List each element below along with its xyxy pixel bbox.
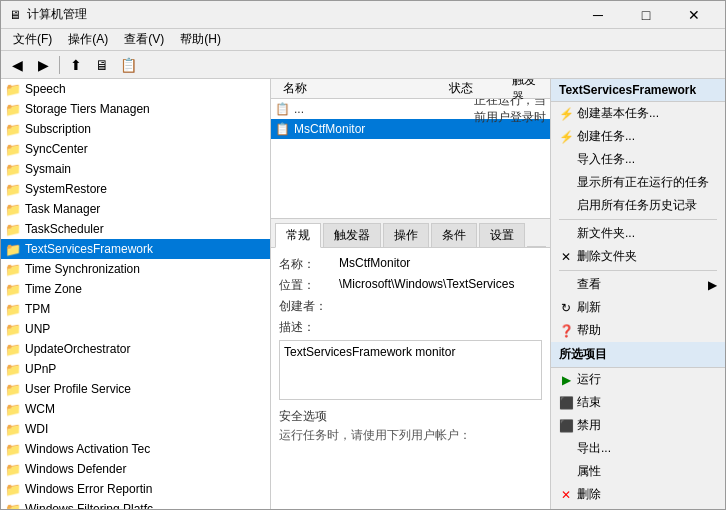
sidebar-item-userprofile[interactable]: 📁 User Profile Service (1, 379, 270, 399)
sidebar-item-wcm[interactable]: 📁 WCM (1, 399, 270, 419)
action-end[interactable]: ⬛ 结束 (551, 391, 725, 414)
action-properties[interactable]: 属性 (551, 460, 725, 483)
sidebar-item-taskmanager[interactable]: 📁 Task Manager (1, 199, 270, 219)
action-view[interactable]: 查看 ▶ (551, 273, 725, 296)
tab-settings[interactable]: 设置 (479, 223, 525, 247)
action-new-folder[interactable]: 新文件夹... (551, 222, 725, 245)
folder-icon: 📁 (5, 122, 21, 137)
sidebar-item-taskscheduler[interactable]: 📁 TaskScheduler (1, 219, 270, 239)
actions-main-title: TextServicesFramework (551, 79, 725, 102)
main-content: 📁 Speech 📁 Storage Tiers Managen 📁 Subsc… (1, 79, 725, 509)
sidebar-item-synccenter[interactable]: 📁 SyncCenter (1, 139, 270, 159)
folder-icon: 📁 (5, 182, 21, 197)
action-disable[interactable]: ⬛ 禁用 (551, 414, 725, 437)
folder-icon: 📁 (5, 102, 21, 117)
sidebar-item-systemrestore[interactable]: 📁 SystemRestore (1, 179, 270, 199)
sidebar-item-timesync[interactable]: 📁 Time Synchronization (1, 259, 270, 279)
actions-panel: TextServicesFramework ⚡ 创建基本任务... ⚡ 创建任务… (550, 79, 725, 509)
sidebar-item-unp[interactable]: 📁 UNP (1, 319, 270, 339)
minimize-button[interactable]: ─ (575, 5, 621, 25)
detail-location-value: \Microsoft\Windows\TextServices (339, 277, 542, 291)
run-icon: ▶ (559, 373, 573, 387)
lightning-icon: ⚡ (559, 107, 573, 121)
action-import-label: 导入任务... (577, 151, 635, 168)
action-refresh[interactable]: ↻ 刷新 (551, 296, 725, 319)
menu-file[interactable]: 文件(F) (5, 29, 60, 50)
clipboard-button[interactable]: 📋 (116, 54, 140, 76)
folder-icon: 📁 (5, 222, 21, 237)
detail-location-label: 位置： (279, 277, 339, 294)
action-create-task-label: 创建任务... (577, 128, 635, 145)
sidebar-item-storage[interactable]: 📁 Storage Tiers Managen (1, 99, 270, 119)
close-button[interactable]: ✕ (671, 5, 717, 25)
properties-icon (559, 465, 573, 479)
folder-icon: 📁 (5, 282, 21, 297)
action-delete-folder[interactable]: ✕ 删除文件夹 (551, 245, 725, 268)
tab-conditions[interactable]: 条件 (431, 223, 477, 247)
action-import[interactable]: 导入任务... (551, 148, 725, 171)
history-icon (559, 199, 573, 213)
folder-icon: 📁 (5, 382, 21, 397)
sidebar-item-upnp[interactable]: 📁 UPnP (1, 359, 270, 379)
action-show-running-label: 显示所有正在运行的任务 (577, 174, 709, 191)
folder-new-icon (559, 227, 573, 241)
action-create-basic[interactable]: ⚡ 创建基本任务... (551, 102, 725, 125)
action-create-basic-label: 创建基本任务... (577, 105, 659, 122)
action-run-label: 运行 (577, 371, 601, 388)
tab-actions[interactable]: 操作 (383, 223, 429, 247)
sidebar-item-updateorchestrator[interactable]: 📁 UpdateOrchestrator (1, 339, 270, 359)
title-bar-left: 🖥 计算机管理 (9, 6, 87, 23)
delete-icon: ✕ (559, 488, 573, 502)
sidebar-item-timezone[interactable]: 📁 Time Zone (1, 279, 270, 299)
action-properties-label: 属性 (577, 463, 601, 480)
sidebar-item-windowsfiltering[interactable]: 📁 Windows Filtering Platfc (1, 499, 270, 509)
action-enable-history[interactable]: 启用所有任务历史记录 (551, 194, 725, 217)
menu-help[interactable]: 帮助(H) (172, 29, 229, 50)
detail-description: TextServicesFramework monitor (279, 340, 542, 400)
action-export[interactable]: 导出... (551, 437, 725, 460)
folder-icon: 📁 (5, 482, 21, 497)
menu-action[interactable]: 操作(A) (60, 29, 116, 50)
sidebar-item-tpm[interactable]: 📁 TPM (1, 299, 270, 319)
detail-tabs: 常规 触发器 操作 条件 设置 (271, 219, 550, 248)
selected-actions-title: 所选项目 (551, 342, 725, 368)
col-status: 状态 (441, 80, 504, 97)
action-disable-label: 禁用 (577, 417, 601, 434)
tab-triggers[interactable]: 触发器 (323, 223, 381, 247)
action-delete[interactable]: ✕ 删除 (551, 483, 725, 506)
sidebar-item-windowsactivation[interactable]: 📁 Windows Activation Tec (1, 439, 270, 459)
sidebar-item-textservices[interactable]: 📁 TextServicesFramework (1, 239, 270, 259)
detail-name-value: MsCtfMonitor (339, 256, 542, 270)
sidebar-item-windowserror[interactable]: 📁 Windows Error Reportin (1, 479, 270, 499)
sidebar-item-wdi[interactable]: 📁 WDI (1, 419, 270, 439)
sidebar-item-subscription[interactable]: 📁 Subscription (1, 119, 270, 139)
menu-view[interactable]: 查看(V) (116, 29, 172, 50)
folder-icon: 📁 (5, 502, 21, 510)
action-run[interactable]: ▶ 运行 (551, 368, 725, 391)
task-list: 📋 ... 正在运行，当前用户登录时 📋 MsCtfMonitor (271, 99, 550, 219)
action-create-task[interactable]: ⚡ 创建任务... (551, 125, 725, 148)
action-help[interactable]: ❓ 帮助 (551, 506, 725, 509)
table-row[interactable]: 📋 ... 正在运行，当前用户登录时 (271, 99, 550, 119)
action-show-running[interactable]: 显示所有正在运行的任务 (551, 171, 725, 194)
detail-content: 名称： MsCtfMonitor 位置： \Microsoft\Windows\… (271, 248, 550, 452)
action-help-main[interactable]: ❓ 帮助 (551, 319, 725, 342)
sidebar-item-windowsdefender[interactable]: 📁 Windows Defender (1, 459, 270, 479)
sidebar-item-speech[interactable]: 📁 Speech (1, 79, 270, 99)
computer-button[interactable]: 🖥 (90, 54, 114, 76)
tab-general[interactable]: 常规 (275, 223, 321, 248)
forward-button[interactable]: ▶ (31, 54, 55, 76)
toolbar-sep-1 (59, 56, 60, 74)
action-delete-folder-label: 删除文件夹 (577, 248, 637, 265)
up-button[interactable]: ⬆ (64, 54, 88, 76)
maximize-button[interactable]: □ (623, 5, 669, 25)
window-title: 计算机管理 (27, 6, 87, 23)
detail-name-label: 名称： (279, 256, 339, 273)
sidebar-item-sysmain[interactable]: 📁 Sysmain (1, 159, 270, 179)
import-icon (559, 153, 573, 167)
action-refresh-label: 刷新 (577, 299, 601, 316)
back-button[interactable]: ◀ (5, 54, 29, 76)
task-name-1: 📋 ... (275, 102, 474, 116)
delete-folder-icon: ✕ (559, 250, 573, 264)
folder-icon: 📁 (5, 402, 21, 417)
